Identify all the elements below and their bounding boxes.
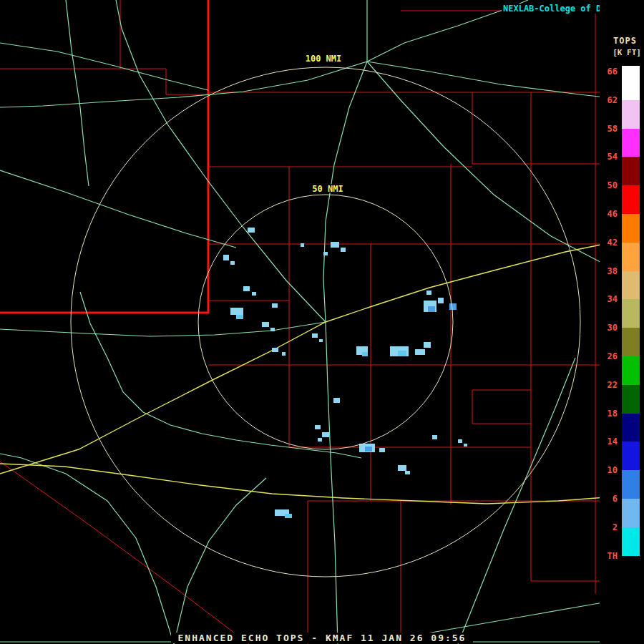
legend-band-18 (622, 414, 640, 442)
legend-panel: TOPS [K FT] 6662585450464238343026221814… (600, 0, 644, 644)
echo-cell (223, 255, 229, 260)
echo-cell (272, 303, 278, 308)
road (0, 322, 326, 336)
legend-band-30 (622, 328, 640, 356)
echo-cell (341, 248, 346, 252)
echo-cell (282, 352, 286, 356)
echo-cell (272, 348, 278, 352)
legend-band-10 (622, 470, 640, 499)
legend-band-26 (622, 356, 640, 385)
echo-cell (432, 435, 437, 439)
echo-cell (230, 261, 235, 265)
legend-label-62: 62 (602, 95, 618, 105)
highway (0, 464, 644, 504)
caption-bar: ENHANCED ECHO TOPS - KMAF 11 JAN 26 09:5… (0, 630, 644, 644)
legend-band-14 (622, 441, 640, 470)
legend-band-6 (622, 499, 640, 527)
echo-cell (398, 351, 406, 356)
echo-cell (236, 315, 243, 319)
echo-cell (426, 291, 431, 295)
legend-label-34: 34 (602, 294, 618, 304)
legend-label-66: 66 (602, 67, 618, 77)
echo-cell (458, 439, 462, 443)
legend-band-below-th (622, 556, 640, 570)
legend-label-38: 38 (602, 266, 618, 276)
legend-title: TOPS (613, 36, 637, 46)
range-ring-label: 100 NMI (306, 54, 342, 64)
legend-units: [K FT] (613, 48, 641, 57)
legend-label-14: 14 (602, 436, 618, 447)
legend-label-22: 22 (602, 380, 618, 390)
road (0, 170, 236, 248)
radar-display: 100 NMI50 NMI NEXLAB-College of DuPage ⚑… (0, 0, 644, 644)
county-line (0, 462, 249, 644)
legend-band-42 (622, 243, 640, 271)
echo-cell (230, 308, 243, 315)
legend-band-2 (622, 527, 640, 556)
echo-cell (262, 322, 269, 327)
legend-label-26: 26 (602, 351, 618, 361)
legend-band-38 (622, 271, 640, 300)
echo-cell (405, 471, 410, 474)
echo-cell (415, 349, 425, 355)
echo-cell (322, 432, 329, 437)
echo-cell (464, 444, 467, 447)
echo-cell (243, 286, 250, 291)
echo-cell (398, 465, 406, 471)
legend-label-6: 6 (602, 494, 618, 504)
echo-cell (319, 339, 323, 342)
road (0, 454, 174, 644)
legend-label-18: 18 (602, 409, 618, 419)
range-ring-label: 50 NMI (312, 184, 343, 194)
road (66, 0, 89, 186)
echo-cell (301, 243, 304, 247)
echo-cell (362, 352, 368, 356)
echo-cell (379, 448, 385, 452)
radar-map: 100 NMI50 NMI (0, 0, 644, 644)
legend-band-cap (622, 66, 640, 72)
echo-cell (315, 425, 321, 429)
road (326, 322, 338, 644)
legend-band-50 (622, 185, 640, 214)
echo-cell (323, 252, 328, 255)
legend-band-54 (622, 157, 640, 185)
legend-colorbar (622, 66, 640, 570)
echo-cell (252, 292, 256, 296)
legend-label-TH: TH (602, 551, 618, 561)
echo-cell (285, 514, 292, 518)
legend-band-62 (622, 100, 640, 129)
legend-band-66 (622, 72, 640, 100)
legend-label-42: 42 (602, 238, 618, 248)
legend-band-46 (622, 214, 640, 243)
legend-label-50: 50 (602, 180, 618, 190)
legend-band-22 (622, 385, 640, 414)
legend-band-34 (622, 299, 640, 328)
echo-cell (248, 228, 255, 233)
echo-cell (428, 306, 435, 312)
road (174, 478, 266, 644)
state-border (0, 0, 208, 313)
echo-cell (438, 298, 444, 303)
echo-cell (449, 303, 457, 310)
road (80, 292, 361, 458)
echo-cell (312, 333, 318, 338)
echo-cell (270, 328, 275, 331)
product-caption: ENHANCED ECHO TOPS - KMAF 11 JAN 26 09:5… (171, 633, 474, 643)
legend-label-46: 46 (602, 209, 618, 219)
echo-cell (331, 242, 339, 248)
legend-band-58 (622, 129, 640, 157)
road (116, 0, 326, 322)
legend-label-58: 58 (602, 124, 618, 134)
legend-label-54: 54 (602, 152, 618, 162)
echo-cell (318, 438, 322, 441)
echo-cell (333, 398, 340, 403)
echo-cell (365, 447, 372, 452)
legend-label-10: 10 (602, 465, 618, 475)
legend-label-2: 2 (602, 522, 618, 532)
road (0, 43, 208, 90)
legend-label-30: 30 (602, 323, 618, 333)
echo-cell (424, 342, 431, 348)
